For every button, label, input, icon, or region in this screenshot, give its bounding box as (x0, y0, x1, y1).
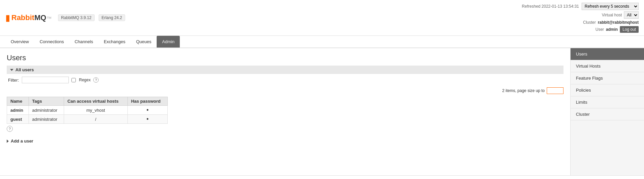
collapse-icon (10, 69, 13, 71)
sidebar-item-limits[interactable]: Limits (571, 96, 644, 108)
main-nav: Overview Connections Channels Exchanges … (0, 36, 644, 48)
add-user-section[interactable]: Add a user (7, 139, 564, 144)
logo: ▮ RabbitMQTM (5, 13, 51, 23)
user-tags: administrator (29, 115, 64, 124)
nav-channels[interactable]: Channels (69, 36, 98, 48)
vhost-select[interactable]: All (624, 11, 639, 19)
refresh-row: Refreshed 2022-01-13 13:54:31 Refresh ev… (522, 3, 639, 10)
header-controls: Refreshed 2022-01-13 13:54:31 Refresh ev… (522, 3, 639, 33)
nav-connections[interactable]: Connections (34, 36, 69, 48)
sidebar-item-feature-flags[interactable]: Feature Flags (571, 72, 644, 84)
sidebar-item-users[interactable]: Users (571, 48, 644, 60)
refreshed-label: Refreshed 2022-01-13 13:54:31 (522, 4, 579, 9)
user-has-password: • (127, 106, 167, 115)
nav-overview[interactable]: Overview (5, 36, 34, 48)
col-password: Has password (127, 97, 167, 106)
content-area: Users All users Filter: Regex ? 2 items,… (0, 48, 570, 175)
vhost-row: Virtual host All (602, 11, 639, 19)
cluster-value: rabbit@rabbitmqhost (598, 20, 639, 25)
page-title: Users (7, 54, 564, 62)
all-users-section-header[interactable]: All users (7, 66, 564, 74)
table-help-icon[interactable]: ? (7, 126, 13, 132)
add-user-label: Add a user (11, 139, 33, 144)
app-header: ▮ RabbitMQTM RabbitMQ 3.9.12 Erlang 24.2… (0, 0, 644, 36)
vhost-label: Virtual host (602, 13, 622, 17)
col-name: Name (7, 97, 29, 106)
refresh-select[interactable]: Refresh every 5 seconds Refresh every 10… (582, 3, 639, 10)
nav-exchanges[interactable]: Exchanges (98, 36, 130, 48)
logo-tm: TM (47, 16, 51, 19)
users-table: Name Tags Can access virtual hosts Has p… (7, 97, 168, 124)
pagesize-row: 2 items, page size up to 100 (7, 87, 564, 94)
user-vhosts: my_vhost (64, 106, 127, 115)
version-info: RabbitMQ 3.9.12 Erlang 24.2 (58, 14, 125, 21)
filter-row: Filter: Regex ? (7, 77, 564, 83)
table-row: admin administrator my_vhost • (7, 106, 168, 115)
username: admin (606, 27, 618, 32)
cluster-row: Cluster rabbit@rabbitmqhost (583, 20, 639, 25)
user-has-password: • (127, 115, 167, 124)
nav-queues[interactable]: Queues (131, 36, 157, 48)
user-name[interactable]: admin (7, 106, 29, 115)
nav-admin[interactable]: Admin (157, 36, 180, 48)
regex-checkbox[interactable] (71, 78, 76, 82)
sidebar: Users Virtual Hosts Feature Flags Polici… (570, 48, 644, 175)
filter-label: Filter: (8, 78, 19, 83)
user-vhosts: / (64, 115, 127, 124)
filter-help-icon[interactable]: ? (93, 77, 99, 83)
pagesize-text: 2 items, page size up to (502, 88, 545, 93)
erlang-version: Erlang 24.2 (99, 14, 125, 21)
regex-label: Regex (79, 78, 91, 82)
rabbitmq-version: RabbitMQ 3.9.12 (58, 14, 95, 21)
table-row: guest administrator / • (7, 115, 168, 124)
logo-mq: MQ (34, 13, 46, 22)
expand-icon (7, 140, 9, 143)
user-tags: administrator (29, 106, 64, 115)
user-name[interactable]: guest (7, 115, 29, 124)
cluster-label: Cluster (583, 20, 596, 25)
main-content: Users All users Filter: Regex ? 2 items,… (0, 48, 644, 175)
user-row: User admin Log out (595, 26, 639, 33)
logo-icon: ▮ (5, 13, 10, 23)
col-tags: Tags (29, 97, 64, 106)
sidebar-item-cluster[interactable]: Cluster (571, 108, 644, 120)
logo-rabbit: Rabbit (11, 13, 34, 22)
col-vhosts: Can access virtual hosts (64, 97, 127, 106)
user-label: User (595, 27, 604, 32)
filter-input[interactable] (22, 77, 69, 83)
section-title: All users (15, 67, 34, 72)
sidebar-item-virtual-hosts[interactable]: Virtual Hosts (571, 60, 644, 72)
logout-button[interactable]: Log out (620, 26, 639, 33)
sidebar-item-policies[interactable]: Policies (571, 84, 644, 96)
pagesize-input[interactable]: 100 (547, 87, 564, 94)
app-footer: HTTP API Server Docs Tutorials Community… (0, 175, 644, 179)
